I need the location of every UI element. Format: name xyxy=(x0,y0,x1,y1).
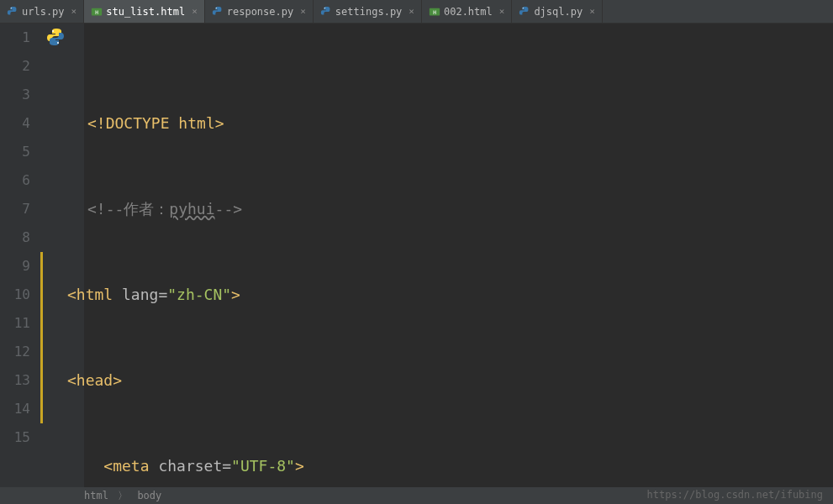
editor[interactable]: 1 2 3 4 5 6 7 8 9 10 11 12 13 14 15 <!DO… xyxy=(0,24,833,487)
line-number: 8 xyxy=(0,223,30,252)
code-token: <!DOCTYPE html> xyxy=(87,114,224,132)
close-icon[interactable]: × xyxy=(192,6,198,17)
close-icon[interactable]: × xyxy=(589,6,595,17)
code-token: <head> xyxy=(67,371,122,389)
tab-label: djsql.py xyxy=(534,6,583,18)
tab-label: settings.py xyxy=(335,6,402,18)
code-area[interactable]: <!DOCTYPE html> <!--作者：pyhui--> <html la… xyxy=(84,24,833,487)
line-gutter: 1 2 3 4 5 6 7 8 9 10 11 12 13 14 15 xyxy=(0,24,40,487)
line-number: 6 xyxy=(0,166,30,195)
line-number: 12 xyxy=(0,338,30,366)
code-token: > xyxy=(295,457,304,475)
tab-label: urls.py xyxy=(22,6,65,18)
tab-label: stu_list.html xyxy=(106,6,185,18)
code-token: 作者： xyxy=(124,200,169,218)
line-number: 7 xyxy=(0,195,30,223)
code-token: <meta xyxy=(67,457,158,475)
line-number: 1 xyxy=(0,24,30,52)
svg-point-9 xyxy=(57,42,59,44)
svg-point-4 xyxy=(324,8,324,8)
tab-bar: urls.py × H stu_list.html × response.py … xyxy=(0,0,833,24)
code-token: "UTF-8" xyxy=(231,457,295,475)
svg-point-7 xyxy=(523,8,524,8)
line-number: 10 xyxy=(0,281,30,309)
line-number: 15 xyxy=(0,423,30,452)
line-number: 13 xyxy=(0,366,30,395)
close-icon[interactable]: × xyxy=(409,6,414,17)
close-icon[interactable]: × xyxy=(300,6,306,17)
watermark: https://blog.csdn.net/ifubing xyxy=(646,489,823,501)
icon-column xyxy=(40,24,72,487)
tab-stu-list[interactable]: H stu_list.html × xyxy=(84,0,205,23)
code-token: > xyxy=(231,286,240,303)
line-number: 9 xyxy=(0,252,30,281)
line-number: 3 xyxy=(0,81,30,109)
python-icon xyxy=(320,6,332,18)
html-icon: H xyxy=(91,6,103,18)
change-marker xyxy=(40,252,43,423)
code-token: lang= xyxy=(122,286,167,303)
code-token: pyhui xyxy=(169,200,214,218)
python-file-icon xyxy=(45,27,66,47)
line-number: 11 xyxy=(0,309,30,338)
close-icon[interactable]: × xyxy=(71,6,77,17)
python-icon xyxy=(212,6,224,18)
python-icon xyxy=(519,6,530,18)
tab-response[interactable]: response.py × xyxy=(205,0,314,23)
tab-label: 002.html xyxy=(444,6,493,18)
fold-column xyxy=(72,24,84,487)
svg-text:H: H xyxy=(433,8,436,14)
line-number: 5 xyxy=(0,138,30,166)
tab-djsql[interactable]: djsql.py × xyxy=(512,0,602,23)
python-icon xyxy=(7,6,18,18)
svg-text:H: H xyxy=(95,8,98,14)
svg-point-3 xyxy=(215,8,216,8)
close-icon[interactable]: × xyxy=(499,6,505,17)
tab-label: response.py xyxy=(227,6,293,18)
code-token: <!-- xyxy=(87,200,124,218)
tab-002[interactable]: H 002.html × xyxy=(422,0,512,23)
code-token: --> xyxy=(215,200,243,218)
svg-point-8 xyxy=(52,30,54,32)
code-token: "zh-CN" xyxy=(167,286,231,303)
tab-urls[interactable]: urls.py × xyxy=(0,0,84,23)
line-number: 4 xyxy=(0,109,30,138)
line-number: 14 xyxy=(0,395,30,423)
code-token: charset= xyxy=(158,457,231,475)
line-number: 2 xyxy=(0,52,30,81)
html-icon: H xyxy=(429,6,440,18)
code-token: <html xyxy=(67,286,122,303)
svg-point-0 xyxy=(11,8,12,8)
tab-settings[interactable]: settings.py × xyxy=(314,0,422,23)
